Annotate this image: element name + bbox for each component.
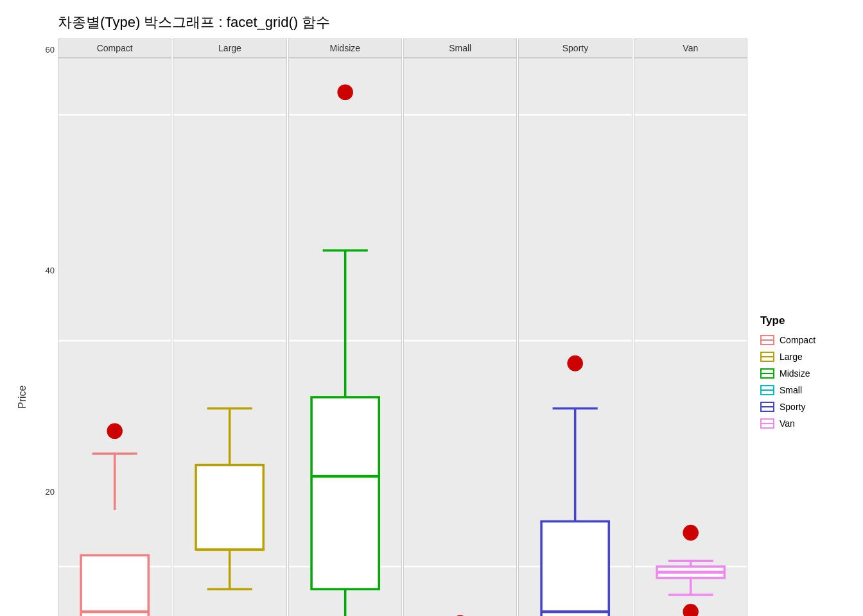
legend-item-compact: Compact <box>760 335 850 345</box>
chart-title: 차종별(Type) 박스그래프 : facet_grid() 함수 <box>58 13 850 32</box>
svg-rect-17 <box>196 465 263 550</box>
svg-rect-7 <box>81 555 148 616</box>
y-axis-ticks: 60 40 20 0 <box>32 38 58 616</box>
legend-item-small: Small <box>760 385 850 395</box>
facet-header-van: Van <box>634 38 747 58</box>
svg-rect-26 <box>311 397 379 589</box>
facet-plot-sporty <box>518 58 632 616</box>
boxplot-midsize <box>289 58 401 616</box>
legend-box-compact <box>760 335 774 345</box>
legend-item-midsize: Midsize <box>760 368 850 379</box>
facet-panel-sporty: Sporty <box>518 38 632 616</box>
svg-point-59 <box>683 604 699 616</box>
facet-plot-large <box>173 58 286 616</box>
svg-point-58 <box>683 525 699 541</box>
legend-item-van: Van <box>760 418 850 429</box>
legend-item-sporty: Sporty <box>760 402 850 412</box>
legend-label-large: Large <box>780 352 803 362</box>
svg-point-9 <box>107 423 123 439</box>
legend-label-compact: Compact <box>780 335 815 345</box>
chart-container: 차종별(Type) 박스그래프 : facet_grid() 함수 Price … <box>0 0 863 616</box>
facet-panel-midsize: Midsize <box>288 38 402 616</box>
boxplot-small <box>404 58 516 616</box>
legend-label-van: Van <box>780 418 795 429</box>
legend-box-sporty <box>760 402 774 412</box>
boxplot-large <box>173 58 286 616</box>
facet-panel-small: Small <box>403 38 517 616</box>
y-tick-60: 60 <box>46 45 55 55</box>
legend-label-small: Small <box>780 385 802 395</box>
legend-box-small <box>760 385 774 395</box>
legend-box-van <box>760 418 774 429</box>
facet-header-large: Large <box>173 38 286 58</box>
facet-panel-van: Van <box>634 38 747 616</box>
svg-point-28 <box>337 84 353 100</box>
facets-grid: Compact <box>58 38 747 616</box>
legend-label-sporty: Sporty <box>780 402 805 412</box>
legend-area: Type Compact Large <box>747 38 850 616</box>
legend-box-midsize <box>760 368 774 379</box>
facet-panel-compact: Compact <box>58 38 171 616</box>
legend-box-large <box>760 352 774 362</box>
facet-plot-midsize <box>288 58 402 616</box>
facet-plot-small <box>403 58 517 616</box>
facet-header-small: Small <box>403 38 517 58</box>
svg-point-48 <box>568 355 584 372</box>
facet-panel-large: Large <box>173 38 286 616</box>
legend-title: Type <box>760 314 850 327</box>
boxplot-van <box>634 58 747 616</box>
chart-body: Price 60 40 20 0 Compact <box>13 38 850 616</box>
plot-area: 60 40 20 0 Compact <box>32 38 850 616</box>
facet-header-compact: Compact <box>58 38 171 58</box>
y-axis-label: Price <box>13 38 32 616</box>
boxplot-sporty <box>519 58 631 616</box>
boxplot-compact <box>58 58 171 616</box>
svg-rect-46 <box>541 522 609 616</box>
facet-header-sporty: Sporty <box>518 38 632 58</box>
facet-header-midsize: Midsize <box>288 38 402 58</box>
facet-plot-van <box>634 58 747 616</box>
legend-item-large: Large <box>760 352 850 362</box>
facet-plot-compact <box>58 58 171 616</box>
y-tick-40: 40 <box>46 266 55 275</box>
legend-label-midsize: Midsize <box>780 368 810 379</box>
y-tick-20: 20 <box>46 487 55 497</box>
